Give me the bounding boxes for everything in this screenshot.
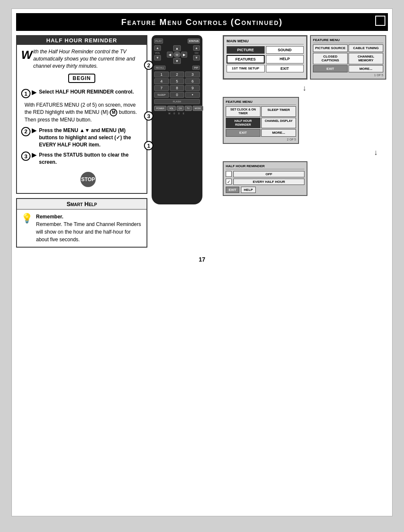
num-3[interactable]: 3 [185, 72, 200, 77]
menus-column: MAIN MENU PICTURE SOUND FEATURES HELP 1S… [223, 35, 386, 204]
half-hour-title: HALF HOUR REMINDER [17, 36, 147, 45]
recall-btn[interactable]: RECALL [154, 66, 166, 70]
fm2-exit[interactable]: EXIT [226, 129, 260, 137]
dpad-left[interactable]: ◀ [167, 52, 173, 58]
hhr-off-checkbox[interactable] [226, 171, 232, 177]
fm1-exit[interactable]: EXIT [313, 65, 348, 73]
main-menu-picture[interactable]: PICTURE [227, 46, 265, 54]
begin-section: BEGIN [21, 72, 142, 86]
fm2-more[interactable]: MORE... [261, 129, 296, 137]
dpad-down[interactable]: ▼ [173, 58, 181, 64]
vol-down-btn[interactable]: ▼ [154, 55, 161, 61]
flash-btn[interactable]: FLASH [154, 99, 200, 104]
fm1-picture-source[interactable]: PICTURE SOURCE [313, 44, 348, 52]
remote-top-row: PLAY STATUS [154, 39, 200, 44]
mode-btn[interactable]: MODE [193, 106, 203, 111]
top-menus-row: MAIN MENU PICTURE SOUND FEATURES HELP 1S… [223, 35, 386, 80]
page-container: Feature Menu Controls (Continued) HALF H… [11, 8, 393, 516]
step-1-number: 1 [21, 89, 30, 98]
remote-control: PLAY STATUS ▲ VOL ▼ [152, 35, 202, 204]
step-1-label: Select HALF HOUR REMINDER control. [39, 89, 134, 95]
status-button[interactable]: STATUS [188, 39, 200, 44]
fm2-sleep-timer[interactable]: SLEEP TIMER [261, 106, 296, 117]
title-box-decoration [375, 16, 385, 26]
remote-step-3-circle: 3 [144, 111, 153, 121]
page-title-bar: Feature Menu Controls (Continued) [16, 13, 388, 31]
dpad-middle-row: ◀ M ▶ [167, 52, 187, 58]
fm1-more[interactable]: MORE... [349, 65, 383, 73]
begin-badge: BEGIN [68, 74, 95, 83]
step-3-container: 3 ▶ Press the STATUS button to clear the… [21, 152, 142, 166]
ch-mode-btn[interactable]: CH [177, 106, 184, 111]
hhr-every-half-hour-checkbox[interactable]: ✓ [226, 179, 232, 185]
dpad-up[interactable]: ▲ [173, 45, 181, 51]
main-menu-sound[interactable]: SOUND [266, 46, 304, 54]
dpad-right[interactable]: ▶ [181, 52, 187, 58]
sleep-btn[interactable]: SLEEP [154, 92, 169, 98]
num-dot[interactable]: • [185, 92, 200, 98]
num-2[interactable]: 2 [170, 72, 185, 77]
main-menu-1st[interactable]: 1ST TIME SETUP [227, 65, 265, 72]
fm2-half-hour[interactable]: HALF HOUR REMINDER [226, 118, 260, 128]
num-9[interactable]: 9 [185, 85, 200, 91]
page-number: 17 [16, 256, 388, 267]
step-2-text: Press the MENU ▲▼ and MENU (M) buttons t… [39, 127, 142, 148]
hhr-off-label[interactable]: OFF [233, 171, 304, 177]
fm1-channel-memory[interactable]: CHANNEL MEMORY [349, 53, 383, 64]
num-5[interactable]: 5 [170, 78, 185, 84]
num-4[interactable]: 4 [154, 78, 169, 84]
hhr-exit-button[interactable]: EXIT [226, 187, 239, 193]
num-6[interactable]: 6 [185, 78, 200, 84]
num-1[interactable]: 1 [154, 72, 169, 77]
main-menu-exit[interactable]: EXIT [266, 65, 304, 72]
ch-down-btn[interactable]: ▼ [193, 55, 200, 61]
feature-menu-2-panel: FEATURE MENU SET CLOCK & ON TIMER SLEEP … [223, 97, 299, 143]
hhr-every-half-hour-label[interactable]: EVERY HALF HOUR [233, 179, 304, 185]
step-3-label: Press the STATUS button to clear the scr… [39, 152, 129, 165]
step-1-detail: With FEATURES MENU (2 of 5) on screen, m… [25, 102, 142, 124]
feature-menu-2-title: FEATURE MENU [226, 100, 296, 105]
fm2-channel-display[interactable]: CHANNEL DISPLAY [261, 118, 296, 128]
second-menus-row: FEATURE MENU SET CLOCK & ON TIMER SLEEP … [223, 97, 386, 143]
vol-up-btn[interactable]: ▲ [154, 45, 161, 51]
num-8[interactable]: 8 [170, 85, 185, 91]
num-0[interactable]: 0 [170, 92, 185, 98]
remote-extra-row: RECALL PIP [154, 66, 200, 70]
hhr-off-row: OFF [226, 171, 304, 177]
dpad-area: ▲ ◀ M ▶ ▼ [167, 45, 187, 64]
intro-paragraph: W ith the Half Hour Reminder control the… [21, 48, 142, 69]
ch-up-btn[interactable]: ▲ [193, 45, 200, 51]
fm1-cable-tuning[interactable]: CABLE TUNING [349, 44, 383, 52]
feature-menu-1-page: 1 OF 5 [313, 74, 383, 77]
main-menu-help[interactable]: HELP [266, 55, 304, 63]
step-1-arrow: ▶ [32, 89, 36, 96]
half-hour-reminder-menu-panel: HALF HOUR REMINDER OFF ✓ EVERY HALF HOUR [223, 161, 307, 196]
vol-controls: ▲ VOL ▼ [154, 45, 161, 64]
step-2-container: 2 ▶ Press the MENU ▲▼ and MENU (M) butto… [21, 127, 142, 148]
hhr-help-button[interactable]: HELP [241, 187, 256, 193]
main-menu-features[interactable]: FEATURES [227, 55, 265, 63]
smart-help-text: Remember. Remember. The Time and Channel… [36, 213, 142, 243]
step-2-number: 2 [21, 127, 30, 136]
intro-text: ith the Half Hour Reminder control the T… [33, 49, 135, 69]
lightbulb-icon: 💡 [21, 213, 33, 224]
remember-label: Remember. [36, 214, 64, 220]
feature-menu-1-panel: FEATURE MENU PICTURE SOURCE CABLE TUNING… [310, 35, 386, 80]
pip-btn[interactable]: PIP [192, 66, 200, 70]
half-hour-content: W ith the Half Hour Reminder control the… [17, 45, 147, 193]
num-7[interactable]: 7 [154, 85, 169, 91]
remote-step-1-circle: 1 [144, 141, 153, 150]
fm1-closed-captions[interactable]: CLOSED CAPTIONS [313, 53, 348, 64]
hhr-every-half-hour-row: ✓ EVERY HALF HOUR [226, 179, 304, 185]
power-btn[interactable]: POWER [154, 106, 166, 111]
vol-mode-btn[interactable]: VOL [167, 106, 176, 111]
main-menu-grid: PICTURE SOUND FEATURES HELP 1ST TIME SET… [227, 46, 304, 72]
tv-mode-btn[interactable]: TV [185, 106, 191, 111]
smart-help-box: Smart Help 💡 Remember. Remember. The Tim… [16, 198, 147, 248]
dpad-ok[interactable]: M [173, 52, 181, 58]
step-3-number: 3 [21, 152, 30, 161]
big-w-letter: W [21, 47, 32, 63]
step-1-text: Select HALF HOUR REMINDER control. [39, 89, 134, 95]
play-button[interactable]: PLAY [154, 39, 163, 44]
fm2-set-clock[interactable]: SET CLOCK & ON TIMER [226, 106, 260, 117]
